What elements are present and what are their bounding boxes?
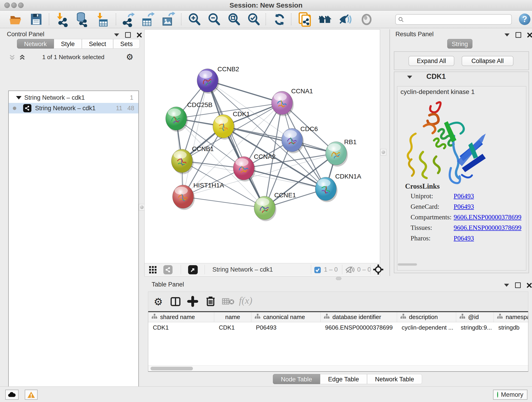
table-row[interactable]: CDK1CDK1P064939606.ENSP00000378699cyclin… (148, 322, 528, 333)
node-CCNE1[interactable] (254, 196, 276, 221)
grey-eye-icon[interactable] (359, 12, 374, 27)
cell-shared-name[interactable]: CDK1 (148, 322, 214, 333)
open-session-icon[interactable] (9, 12, 24, 27)
network-options-gear-icon[interactable]: ⚙ (126, 52, 133, 62)
node-CDKN1A[interactable] (315, 177, 337, 202)
column-header-database-identifier[interactable]: database identifier (321, 312, 397, 322)
open-in-window-icon[interactable] (188, 265, 198, 274)
crosslink-value-link[interactable]: 9606.ENSP00000378699 (454, 224, 521, 231)
network-from-clipboard-icon[interactable] (298, 12, 312, 27)
node-CCNA1[interactable] (272, 91, 294, 116)
collection-label: String Network – cdk1 (24, 94, 85, 101)
table-settings-gear-icon[interactable]: ⚙ (154, 296, 163, 307)
cell-namespace[interactable]: stringdb (494, 322, 528, 333)
right-splitter-handle[interactable] (380, 149, 386, 155)
node-CCNB2[interactable] (197, 69, 219, 94)
tab-network-table[interactable]: Network Table (367, 374, 422, 384)
memory-button[interactable]: Memory (493, 390, 527, 400)
cell-canonical-name[interactable]: P06493 (251, 322, 321, 333)
cloud-status-button[interactable] (5, 390, 19, 400)
function-builder-icon[interactable]: f(x) (239, 295, 252, 306)
cell-name[interactable]: CDK1 (214, 322, 251, 333)
cell-database-identifier[interactable]: 9606.ENSP00000378699 (321, 322, 397, 333)
search-input[interactable] (404, 15, 511, 24)
column-header-description[interactable]: description (397, 312, 456, 322)
collapse-all-tree-icon[interactable] (19, 54, 26, 61)
float-panel-icon[interactable] (515, 32, 521, 38)
horizontal-splitter-handle[interactable] (336, 277, 341, 280)
refresh-layout-icon[interactable] (272, 12, 287, 27)
hidden-eye-icon (345, 266, 355, 274)
results-hscroll-thumb[interactable] (398, 263, 417, 266)
pan-crosshair-icon[interactable] (373, 264, 383, 274)
import-network-file-icon[interactable] (55, 12, 70, 27)
crosslink-value-link[interactable]: P06493 (454, 235, 474, 242)
float-panel-icon[interactable] (125, 32, 131, 38)
zoom-selected-icon[interactable] (246, 12, 261, 27)
help-icon[interactable]: ? (519, 13, 530, 25)
export-network-icon[interactable] (121, 12, 136, 27)
left-splitter-handle[interactable] (139, 204, 145, 211)
add-column-icon[interactable] (187, 296, 198, 307)
tab-style[interactable]: Style (54, 39, 82, 49)
column-header-canonical-name[interactable]: canonical name (251, 312, 321, 322)
import-table-icon[interactable] (94, 12, 109, 27)
close-panel-icon[interactable] (527, 32, 532, 38)
hide-glass-eye-icon[interactable] (338, 12, 353, 27)
tab-edge-table[interactable]: Edge Table (320, 374, 367, 384)
delete-table-icon[interactable] (222, 298, 235, 306)
tab-string[interactable]: String (447, 39, 472, 49)
expand-all-tree-icon[interactable] (9, 54, 16, 61)
crosslink-value-link[interactable]: P06493 (454, 192, 474, 200)
tab-sets[interactable]: Sets (113, 39, 140, 49)
crosslink-value-link[interactable]: P06493 (454, 203, 474, 211)
cell-description[interactable]: cyclin-dependent ... (397, 322, 456, 333)
delete-column-icon[interactable] (205, 295, 216, 307)
zoom-out-icon[interactable] (207, 12, 222, 27)
cell-@id[interactable]: stringdb:9... (456, 322, 494, 333)
collapse-all-button[interactable]: Collapse All (462, 56, 513, 66)
tab-network[interactable]: Network (17, 39, 54, 49)
network-type-share-icon[interactable] (163, 265, 172, 274)
column-header-shared-name[interactable]: shared name (148, 312, 214, 322)
close-panel-icon[interactable] (137, 32, 142, 38)
save-session-icon[interactable] (29, 12, 44, 27)
column-header-namespace[interactable]: namespace (494, 312, 528, 322)
network-collection-row[interactable]: String Network – cdk1 1 (9, 92, 138, 103)
selected-checkbox-icon[interactable] (314, 267, 321, 274)
string-network-graph[interactable]: CCNB2CCNA1CDC25BCDK1CDC6RB1CCNB1CCNA2CDK… (145, 30, 380, 263)
show-columns-icon[interactable] (170, 296, 181, 307)
birds-eye-view-icon[interactable] (149, 266, 157, 274)
column-header-name[interactable]: name (214, 312, 251, 322)
crosslink-label: Compartments: (411, 213, 452, 221)
node-CDC25B[interactable] (166, 107, 188, 132)
zoom-in-icon[interactable] (187, 12, 202, 27)
float-panel-icon[interactable] (515, 282, 521, 288)
export-table-icon[interactable] (140, 12, 155, 27)
export-image-icon[interactable] (160, 12, 175, 27)
edge-CCNE1-HIST1H1A[interactable] (183, 197, 265, 208)
home-stringify-icon[interactable] (317, 12, 332, 27)
tree-expander-icon[interactable] (16, 96, 22, 99)
collapse-panel-icon[interactable] (504, 284, 509, 287)
close-panel-icon[interactable] (527, 283, 532, 288)
column-header-@id[interactable]: @id (456, 312, 494, 322)
node-CCNA2[interactable] (233, 157, 255, 182)
table-hscrollbar[interactable] (148, 365, 528, 371)
expand-all-button[interactable]: Expand All (409, 56, 454, 66)
collapse-panel-icon[interactable] (505, 33, 510, 36)
crosslink-value-link[interactable]: 9606.ENSP00000378699 (454, 213, 521, 221)
zoom-fit-icon[interactable] (227, 12, 242, 27)
section-expander-icon[interactable] (407, 76, 412, 79)
column-type-icon (397, 313, 409, 321)
import-network-database-icon[interactable] (74, 12, 89, 27)
table-hscroll-thumb[interactable] (151, 367, 193, 370)
search-field[interactable] (395, 14, 512, 25)
tab-select[interactable]: Select (82, 39, 113, 49)
node-CDK1[interactable] (213, 115, 235, 140)
warnings-button[interactable] (25, 390, 38, 400)
collapse-panel-icon[interactable] (114, 33, 119, 36)
tab-node-table[interactable]: Node Table (273, 374, 320, 384)
network-canvas[interactable]: CCNB2CCNA1CDC25BCDK1CDC6RB1CCNB1CCNA2CDK… (145, 30, 380, 263)
network-row-selected[interactable]: String Network – cdk1 11 48 (9, 103, 138, 114)
